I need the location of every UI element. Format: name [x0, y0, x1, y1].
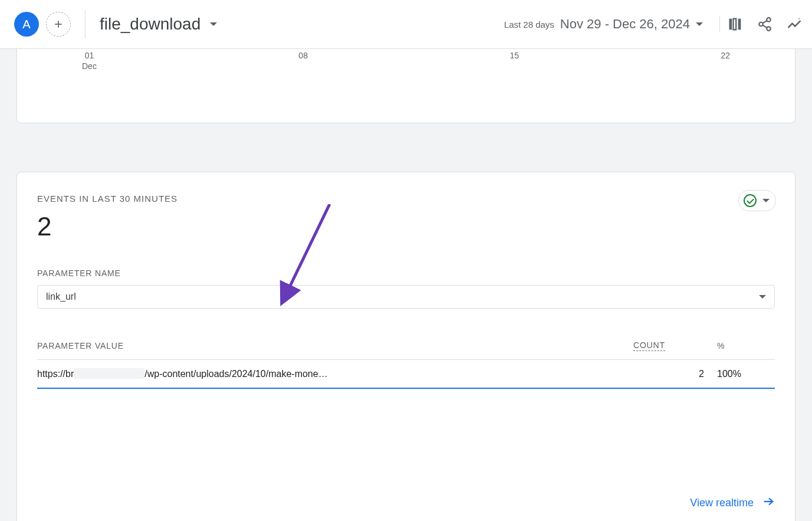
parameter-name-select[interactable]: link_url	[37, 285, 775, 309]
svg-rect-3	[734, 19, 737, 30]
svg-rect-2	[729, 19, 732, 30]
report-title-text: file_download	[100, 15, 200, 34]
col-percent: %	[704, 341, 775, 350]
axis-tick: 15	[509, 50, 519, 71]
add-comparison-button[interactable]	[46, 12, 71, 37]
date-range-picker[interactable]: Last 28 days Nov 29 - Dec 26, 2024	[504, 17, 708, 32]
chart-x-axis: 01 Dec 08 15 22	[17, 50, 795, 71]
share-icon[interactable]	[757, 16, 773, 32]
svg-line-8	[762, 21, 767, 23]
date-range-value: Nov 29 - Dec 26, 2024	[560, 17, 690, 32]
axis-tick: 22	[721, 50, 730, 71]
col-count[interactable]: COUNT	[633, 340, 704, 351]
col-parameter-value: PARAMETER VALUE	[37, 341, 633, 350]
header-actions	[719, 16, 803, 32]
customize-report-icon[interactable]	[727, 16, 744, 32]
status-pill-dropdown[interactable]	[738, 190, 776, 211]
cell-url: https://br/wp-content/uploads/2024/10/ma…	[37, 368, 633, 379]
chevron-down-icon	[696, 22, 703, 26]
view-realtime-label: View realtime	[690, 497, 754, 509]
insights-icon[interactable]	[786, 16, 803, 32]
chevron-down-icon	[762, 199, 770, 202]
parameter-name-label: PARAMETER NAME	[37, 268, 775, 278]
page-header: A file_download Last 28 days Nov 29 - De…	[0, 0, 812, 49]
chevron-down-icon	[210, 22, 217, 26]
cell-count: 2	[633, 369, 704, 379]
svg-point-6	[759, 22, 763, 27]
check-circle-icon	[744, 194, 757, 207]
parameter-table-header: PARAMETER VALUE COUNT %	[37, 332, 775, 360]
avatar-badge[interactable]: A	[14, 12, 39, 37]
events-card: EVENTS IN LAST 30 MINUTES 2 PARAMETER NA…	[17, 172, 795, 521]
report-title-dropdown[interactable]: file_download	[100, 15, 217, 34]
chart-card-remnant: 01 Dec 08 15 22	[17, 49, 795, 123]
axis-tick: 08	[298, 50, 308, 71]
events-title: EVENTS IN LAST 30 MINUTES	[37, 194, 775, 204]
parameter-name-value: link_url	[46, 291, 76, 302]
date-period-label: Last 28 days	[504, 19, 554, 30]
svg-line-9	[762, 25, 767, 28]
svg-point-5	[767, 18, 771, 22]
events-count: 2	[37, 212, 775, 241]
chevron-down-icon	[759, 295, 766, 299]
parameter-table-row[interactable]: https://br/wp-content/uploads/2024/10/ma…	[37, 360, 775, 389]
axis-tick: 01 Dec	[82, 50, 97, 71]
redacted-segment	[74, 368, 144, 379]
arrow-right-icon	[762, 495, 775, 511]
view-realtime-link[interactable]: View realtime	[37, 495, 775, 511]
cell-percent: 100%	[704, 369, 775, 379]
svg-point-7	[767, 27, 771, 31]
svg-rect-4	[738, 19, 741, 30]
divider	[85, 10, 86, 38]
